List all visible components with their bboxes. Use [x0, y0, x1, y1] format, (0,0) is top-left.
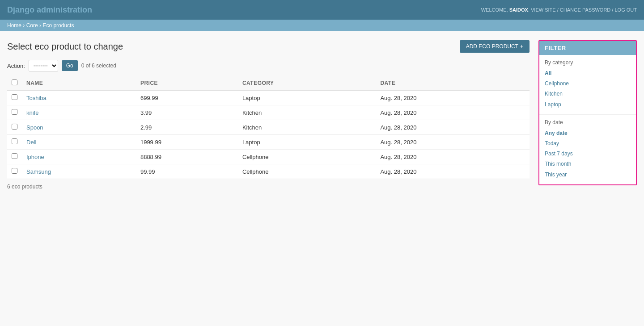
date-cell-0: Aug. 28, 2020 — [376, 91, 530, 105]
category-cell-0: Laptop — [238, 91, 376, 105]
filter-header: FILTER — [539, 41, 636, 55]
date-cell-5: Aug. 28, 2020 — [376, 164, 530, 179]
breadcrumb-core[interactable]: Core — [26, 22, 38, 29]
filter-sidebar: FILTER By category AllCellphoneKitchenLa… — [538, 40, 637, 185]
user-info: WELCOME, SAIDOX. VIEW SITE / CHANGE PASS… — [481, 7, 637, 13]
category-cell-2: Kitchen — [238, 120, 376, 135]
filter-date-section: By date Any dateTodayPast 7 daysThis mon… — [539, 115, 636, 184]
add-icon: + — [520, 43, 523, 50]
table-row: Iphone 8888.99 Cellphone Aug. 28, 2020 — [7, 150, 530, 164]
main-content: Select eco product to change ADD ECO PRO… — [7, 40, 530, 190]
date-cell-4: Aug. 28, 2020 — [376, 150, 530, 164]
filter-category-kitchen[interactable]: Kitchen — [545, 89, 631, 99]
page-title: Select eco product to change — [7, 42, 123, 52]
action-bar: Action: -------- Go 0 of 6 selected — [7, 60, 530, 71]
username: SAIDOX — [509, 7, 528, 13]
col-name: NAME — [22, 76, 136, 91]
site-title[interactable]: Django administration — [7, 5, 92, 15]
row-checkbox-4[interactable] — [12, 153, 17, 159]
results-table: NAME PRICE CATEGORY DATE Toshiba 699.99 … — [7, 76, 530, 179]
add-eco-product-button[interactable]: ADD ECO PRODUCT + — [460, 40, 530, 53]
col-date: DATE — [376, 76, 530, 91]
table-row: Spoon 2.99 Kitchen Aug. 28, 2020 — [7, 120, 530, 135]
filter-date-this-month[interactable]: This month — [545, 159, 631, 169]
filter-date-today[interactable]: Today — [545, 138, 631, 149]
admin-header: Django administration WELCOME, SAIDOX. V… — [0, 0, 644, 20]
product-link-3[interactable]: Dell — [26, 139, 36, 146]
results-count: 6 eco products — [7, 184, 530, 190]
filter-date-past-7-days[interactable]: Past 7 days — [545, 149, 631, 159]
price-cell-3: 1999.99 — [136, 135, 238, 150]
category-cell-4: Cellphone — [238, 150, 376, 164]
category-links: AllCellphoneKitchenLaptop — [545, 68, 631, 110]
filter-category-cellphone[interactable]: Cellphone — [545, 79, 631, 89]
breadcrumb-current: Eco products — [42, 22, 74, 29]
product-link-4[interactable]: Iphone — [26, 154, 44, 160]
filter-category-laptop[interactable]: Laptop — [545, 100, 631, 110]
col-category: CATEGORY — [238, 76, 376, 91]
category-cell-1: Kitchen — [238, 105, 376, 120]
filter-date-this-year[interactable]: This year — [545, 170, 631, 180]
product-link-1[interactable]: knife — [26, 109, 38, 116]
row-checkbox-2[interactable] — [12, 124, 17, 130]
select-all-checkbox[interactable] — [12, 79, 17, 85]
table-row: Toshiba 699.99 Laptop Aug. 28, 2020 — [7, 91, 530, 105]
go-button[interactable]: Go — [62, 60, 78, 71]
action-label: Action: — [7, 63, 25, 69]
filter-category-all[interactable]: All — [545, 68, 631, 79]
table-header-row: NAME PRICE CATEGORY DATE — [7, 76, 530, 91]
filter-category-title: By category — [545, 59, 631, 66]
date-cell-2: Aug. 28, 2020 — [376, 120, 530, 135]
table-row: Samsung 99.99 Cellphone Aug. 28, 2020 — [7, 164, 530, 179]
price-cell-5: 99.99 — [136, 164, 238, 179]
filter-category-section: By category AllCellphoneKitchenLaptop — [539, 55, 636, 115]
change-password-link[interactable]: CHANGE PASSWORD — [560, 7, 610, 13]
select-all-header — [7, 76, 22, 91]
date-cell-1: Aug. 28, 2020 — [376, 105, 530, 120]
category-cell-3: Laptop — [238, 135, 376, 150]
action-select[interactable]: -------- — [29, 60, 58, 71]
date-links: Any dateTodayPast 7 daysThis monthThis y… — [545, 128, 631, 180]
price-cell-1: 3.99 — [136, 105, 238, 120]
table-row: knife 3.99 Kitchen Aug. 28, 2020 — [7, 105, 530, 120]
price-cell-4: 8888.99 — [136, 150, 238, 164]
price-cell-0: 699.99 — [136, 91, 238, 105]
row-checkbox-1[interactable] — [12, 109, 17, 115]
date-cell-3: Aug. 28, 2020 — [376, 135, 530, 150]
product-link-2[interactable]: Spoon — [26, 124, 43, 131]
product-link-0[interactable]: Toshiba — [26, 95, 47, 101]
col-price: PRICE — [136, 76, 238, 91]
row-checkbox-5[interactable] — [12, 168, 17, 174]
category-cell-5: Cellphone — [238, 164, 376, 179]
selected-count: 0 of 6 selected — [81, 63, 116, 69]
row-checkbox-3[interactable] — [12, 138, 17, 144]
product-link-5[interactable]: Samsung — [26, 168, 51, 175]
price-cell-2: 2.99 — [136, 120, 238, 135]
view-site-link[interactable]: VIEW SITE — [531, 7, 556, 13]
welcome-text: WELCOME, — [481, 7, 508, 13]
log-out-link[interactable]: LOG OUT — [614, 7, 637, 13]
filter-date-title: By date — [545, 119, 631, 125]
breadcrumb-home[interactable]: Home — [7, 22, 21, 29]
filter-date-any-date[interactable]: Any date — [545, 128, 631, 138]
table-row: Dell 1999.99 Laptop Aug. 28, 2020 — [7, 135, 530, 150]
breadcrumb: Home › Core › Eco products — [0, 20, 644, 31]
row-checkbox-0[interactable] — [12, 94, 17, 100]
